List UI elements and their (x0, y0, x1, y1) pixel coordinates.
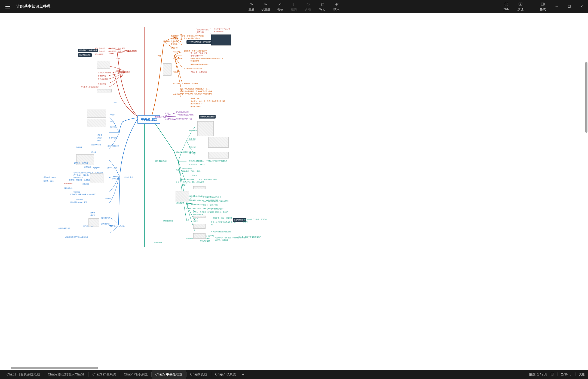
node[interactable]: 一个机器周期 (182, 167, 192, 170)
node[interactable]: 微指令执行过程 (59, 227, 91, 230)
node[interactable]: 应答 (206, 178, 209, 181)
branch-label[interactable]: 数据通路 (155, 116, 162, 118)
node-dark[interactable]: 具体结构及指令分析 (199, 115, 216, 119)
node[interactable]: 译码ID (110, 120, 115, 123)
node[interactable]: 多总线 (165, 115, 170, 118)
node[interactable]: 基本功能 (163, 40, 170, 43)
node[interactable]: 取有效地址时本周期内必须完成间址动作；从EA取操作数 (191, 57, 223, 62)
vertical-scrollbar[interactable] (585, 13, 587, 370)
node[interactable]: 排队等待（issue） (44, 176, 57, 179)
node[interactable]: 微程序控制器 (163, 220, 173, 222)
node[interactable]: 流水 (114, 101, 117, 104)
node[interactable]: 总体而言微程序控制比硬布线慢 (65, 236, 91, 238)
node[interactable]: 控存可写支持更改，需要支持的指令 (214, 28, 230, 33)
node-dark[interactable]: 指令级并行，由硬件实现 (78, 49, 98, 52)
node[interactable]: 微程序设计 (154, 241, 162, 244)
node[interactable]: 指令译码：PC+1→PC (191, 52, 207, 54)
node[interactable]: MIMD (117, 70, 121, 71)
node[interactable]: 字段间接编码 (200, 240, 210, 243)
zoom-control[interactable]: 27% ⌄ (561, 372, 572, 376)
node[interactable]: 微命令（操作）字段 (203, 204, 218, 206)
node[interactable]: 中断周期 (173, 93, 180, 96)
node[interactable]: 代码类型：标量→向量→SIMD并行 (70, 193, 100, 196)
tab-chap4[interactable]: Chap4 指令系统 (120, 370, 151, 379)
outline-button[interactable]: 大纲 (579, 372, 585, 377)
node[interactable]: 基本原理 (176, 202, 183, 204)
node[interactable]: 中断处理 (171, 47, 177, 49)
minimize-button[interactable]: ─ (550, 2, 563, 11)
maximize-button[interactable]: ☐ (563, 2, 575, 11)
subtopic-button[interactable]: 子主题 (259, 1, 273, 13)
node[interactable]: 微命令（操作）字段 (186, 207, 201, 210)
node[interactable]: 产生微程序首地址的硬件 (203, 196, 236, 198)
node[interactable]: 同步多线程 (95, 53, 103, 56)
branch-label[interactable]: 功能 (157, 54, 161, 57)
node[interactable]: 关中断：T=0 (191, 97, 200, 100)
node[interactable]: 单总线 (165, 112, 170, 115)
node[interactable]: 微程序控制器微程序存储 (196, 28, 211, 34)
node[interactable]: 分类 (176, 181, 179, 184)
close-button[interactable]: ✕ (575, 2, 588, 11)
node[interactable]: 硬布线控制设计步骤 (176, 151, 191, 154)
node[interactable]: 多核处理器，共享主存 (108, 50, 125, 53)
scroll-thumb[interactable] (11, 367, 98, 369)
branch-label[interactable]: 控制器的功能 (155, 160, 167, 163)
node[interactable]: 混合型：字段中直接和间接结合 (238, 236, 266, 238)
node[interactable]: 结构冒险 (82, 183, 89, 185)
node[interactable]: 一条机器指令对应一段微程序 (211, 217, 235, 219)
node[interactable]: 指令级并行，软件层面 (108, 47, 125, 50)
node[interactable]: 共享内存多处理器（SMP，统一编址） (98, 72, 126, 74)
node[interactable]: 间址周期 (173, 57, 180, 60)
node[interactable]: 取指IF (110, 114, 115, 116)
tab-chap6[interactable]: Chap6 总线 (186, 370, 211, 379)
tab-chap2[interactable]: Chap2 数据的表示与运算 (44, 370, 88, 379)
node[interactable]: 各自指令特点与控制 (110, 225, 125, 228)
node[interactable]: 转移控制：break、延迟 (70, 201, 100, 204)
branch-label[interactable]: 硬件多线程 (127, 50, 137, 52)
node[interactable]: 分布式内存 (98, 75, 106, 77)
node[interactable]: 同步：统一时钟 (182, 178, 194, 181)
node[interactable]: 从主存取数：(PC)+1→PC (184, 67, 203, 70)
node[interactable]: 写结果→CDB (44, 180, 54, 182)
node[interactable]: 执行周期 (173, 82, 180, 85)
node[interactable]: T1-T4 (200, 163, 204, 165)
tab-chap5[interactable]: Chap5 中央处理器 (152, 370, 186, 379)
node[interactable]: CPU内部总线结构 (176, 111, 189, 113)
zen-button[interactable]: ZEN (499, 1, 513, 13)
node[interactable]: 垂直型 (193, 220, 198, 223)
node[interactable]: 左侧为指令执行为主线；右边为控制信号 (243, 218, 267, 223)
node[interactable]: 寄存器：存储信息以CPU内部使用，可支CPU是执行指令时 (180, 35, 206, 40)
node[interactable]: 指令流水线 (112, 178, 120, 180)
node[interactable]: 指令控制 (171, 35, 177, 37)
node[interactable]: 多条控制信号时序问题 (176, 118, 192, 120)
summary-button[interactable]: 概要 (287, 1, 301, 13)
node[interactable]: 硬布线控制 (101, 223, 109, 225)
node[interactable]: 时序分析 (189, 146, 196, 149)
node[interactable]: 注意：中断周期是指令周期的最后一个... 不是每个指令周期都有，只在中断请求且允… (180, 88, 212, 98)
horizontal-scrollbar[interactable] (0, 366, 588, 369)
node[interactable]: 效率 (97, 139, 101, 142)
node[interactable]: 控制方式 (192, 174, 219, 177)
node[interactable]: 时间控制 (171, 40, 177, 43)
node[interactable]: 反相关 (91, 151, 96, 154)
topic-button[interactable]: 主题 (244, 1, 259, 13)
node[interactable]: 冒险 (94, 167, 97, 170)
node[interactable]: CM、μPC等形成微层次执行 (203, 208, 223, 210)
node[interactable]: 向量处理器 (98, 83, 106, 85)
node[interactable]: SISD (117, 58, 120, 60)
menu-button[interactable] (5, 3, 12, 10)
present-button[interactable]: 演说 (513, 1, 528, 13)
node[interactable]: 专用数据通路 (165, 118, 174, 121)
insert-button[interactable]: 插入 (329, 1, 344, 13)
mindmap-canvas[interactable]: 中央处理器 硬件多线程 细粒度多线程 粗粒度多线程 同步多线程 指令级并行，软件… (0, 13, 588, 370)
branch-label[interactable]: 指令流水线 (124, 176, 133, 179)
node[interactable]: 效率高，硬件 (108, 167, 117, 169)
node[interactable]: 相关性数据分类 (108, 145, 119, 147)
node[interactable]: 节拍发生器 (189, 163, 197, 166)
node[interactable]: 执行EX (110, 126, 116, 128)
scroll-thumb[interactable] (585, 62, 587, 133)
node[interactable]: 并行处理，共享高速缓存 (81, 86, 99, 88)
node[interactable]: 联合 (182, 184, 186, 186)
node[interactable]: 控制冒险 (76, 198, 83, 201)
node[interactable]: 间址周期 (173, 71, 180, 73)
